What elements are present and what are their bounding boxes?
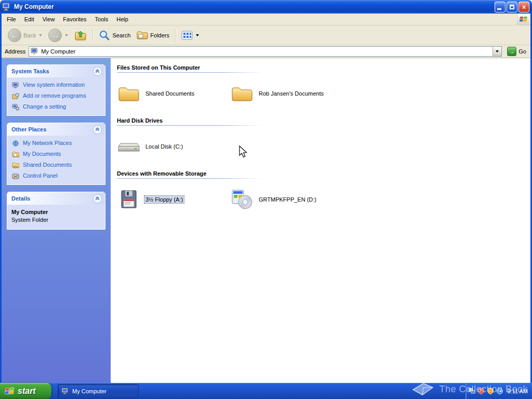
menu-file[interactable]: File — [3, 15, 20, 24]
chevron-up-icon[interactable] — [93, 194, 102, 203]
drive-item-local-disk-c[interactable]: Local Disk (C:) — [117, 133, 230, 160]
other-places-panel: Other Places My Network Places — [7, 123, 105, 185]
system-tasks-panel: System Tasks View system information — [7, 64, 105, 116]
sidebar-item-label: Shared Documents — [23, 162, 72, 168]
go-arrow-icon: → — [507, 47, 516, 56]
address-dropdown-button[interactable] — [493, 47, 501, 56]
folder-item-shared-documents[interactable]: Shared Documents — [117, 80, 230, 107]
system-info-icon — [11, 82, 20, 89]
control-panel-icon — [11, 172, 20, 180]
views-icon — [181, 30, 193, 41]
close-icon: × — [522, 4, 526, 10]
other-places-header[interactable]: Other Places — [7, 123, 105, 136]
forward-button[interactable]: → — [45, 28, 71, 43]
tray-security-shield-icon[interactable] — [477, 388, 485, 395]
folders-label: Folders — [150, 32, 169, 38]
sidebar-item-change-a-setting[interactable]: Change a setting — [11, 103, 102, 111]
system-tasks-body: View system information Add or remove pr… — [7, 77, 105, 115]
sidebar-item-control-panel[interactable]: Control Panel — [11, 172, 102, 180]
item-label: 3½ Floppy (A:) — [144, 196, 184, 203]
hard-disk-icon — [117, 138, 141, 155]
start-label: start — [18, 387, 36, 396]
forward-icon: → — [48, 29, 62, 42]
folder-icon — [230, 84, 254, 103]
floppy-icon — [117, 189, 141, 210]
maximize-button[interactable] — [507, 2, 517, 12]
tray-volume-icon[interactable] — [496, 388, 503, 395]
menu-tools[interactable]: Tools — [91, 15, 113, 24]
section-divider — [117, 125, 263, 126]
sidebar-item-add-remove-programs[interactable]: Add or remove programs — [11, 92, 102, 100]
section-removable-storage: Devices with Removable Storage — [117, 168, 530, 216]
menu-favorites[interactable]: Favorites — [59, 15, 90, 24]
section-title: Devices with Removable Storage — [117, 168, 530, 177]
menu-help[interactable]: Help — [112, 15, 132, 24]
details-item-name: My Computer — [11, 209, 101, 215]
shared-documents-icon — [11, 162, 20, 169]
task-label: My Computer — [72, 388, 107, 394]
section-files-stored: Files Stored on This Computer Shared Doc… — [117, 62, 530, 110]
sidebar-item-shared-documents[interactable]: Shared Documents — [11, 162, 102, 169]
folder-content[interactable]: Files Stored on This Computer Shared Doc… — [111, 58, 530, 383]
tray-update-shield-icon[interactable] — [487, 388, 494, 395]
start-flag-icon — [5, 387, 15, 396]
close-button[interactable]: × — [518, 2, 529, 12]
chevron-up-icon[interactable] — [93, 125, 102, 134]
back-button[interactable]: ← Back — [5, 28, 45, 43]
window-titlebar[interactable]: My Computer × — [0, 0, 532, 14]
menu-bar: File Edit View Favorites Tools Help — [2, 14, 530, 25]
address-label: Address — [5, 48, 25, 55]
address-combo[interactable] — [29, 46, 502, 57]
folder-item-rob-jansens-documents[interactable]: Rob Jansen's Documents — [230, 80, 343, 107]
views-dropdown-icon — [196, 34, 199, 36]
taskbar-task-my-computer[interactable]: My Computer — [58, 384, 139, 398]
back-label: Back — [23, 32, 36, 38]
my-documents-icon — [11, 151, 20, 158]
search-icon — [99, 30, 110, 41]
folders-icon — [137, 30, 148, 41]
address-input[interactable] — [41, 47, 493, 56]
minimize-icon — [497, 8, 501, 10]
item-label: Shared Documents — [144, 90, 195, 97]
panel-title: System Tasks — [11, 68, 49, 74]
task-pane-sidebar: System Tasks View system information — [2, 58, 111, 383]
sidebar-item-view-system-information[interactable]: View system information — [11, 82, 102, 89]
up-button[interactable] — [71, 28, 90, 43]
network-places-icon — [11, 140, 20, 147]
window-title: My Computer — [14, 3, 494, 10]
drive-item-floppy-a[interactable]: 3½ Floppy (A:) — [117, 186, 230, 213]
section-divider — [117, 178, 263, 179]
go-button[interactable]: → Go — [505, 46, 528, 57]
folder-icon — [117, 84, 141, 103]
views-button[interactable] — [178, 29, 202, 42]
sidebar-item-my-network-places[interactable]: My Network Places — [11, 140, 102, 147]
minimize-button[interactable] — [495, 2, 506, 12]
system-tasks-header[interactable]: System Tasks — [7, 65, 105, 77]
desktop-screen: My Computer × File Edit View Favorites T… — [0, 0, 532, 399]
drive-item-cd-grtmpkfpp-en[interactable]: GRTMPKFPP_EN (D:) — [230, 186, 343, 213]
sidebar-item-label: My Documents — [23, 151, 61, 157]
back-icon: ← — [8, 29, 21, 42]
cd-drive-icon — [230, 189, 254, 210]
my-computer-icon — [2, 3, 11, 11]
sidebar-item-my-documents[interactable]: My Documents — [11, 151, 102, 158]
back-dropdown-icon — [39, 34, 42, 36]
panel-title: Details — [11, 195, 30, 202]
item-label: Local Disk (C:) — [144, 143, 184, 150]
start-button[interactable]: start — [0, 383, 51, 399]
chevron-up-icon[interactable] — [93, 67, 102, 76]
details-header[interactable]: Details — [7, 192, 105, 205]
search-button[interactable]: Search — [96, 29, 134, 42]
menu-edit[interactable]: Edit — [20, 15, 38, 24]
taskbar-clock[interactable]: 9:11 AM — [507, 388, 528, 394]
toolbar-separator — [175, 29, 176, 42]
section-hard-disk-drives: Hard Disk Drives — [117, 115, 530, 163]
tray-network-icon[interactable] — [468, 388, 475, 395]
go-label: Go — [518, 48, 526, 55]
sidebar-item-label: Change a setting — [23, 103, 66, 110]
folders-button[interactable]: Folders — [134, 29, 172, 42]
section-title: Files Stored on This Computer — [117, 62, 530, 71]
menu-view[interactable]: View — [38, 15, 59, 24]
details-panel: Details My Computer System Folder — [7, 192, 105, 230]
sidebar-item-label: Control Panel — [23, 172, 58, 179]
